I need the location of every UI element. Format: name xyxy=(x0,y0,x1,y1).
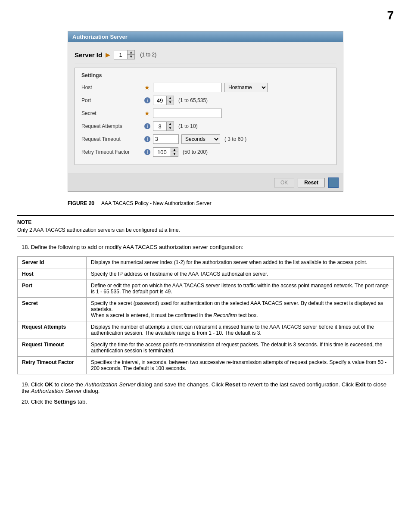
server-id-input[interactable] xyxy=(114,51,127,59)
server-id-down-btn[interactable]: ▼ xyxy=(128,55,134,59)
retry-timeout-factor-input[interactable] xyxy=(153,148,171,156)
request-attempts-range: (1 to 10) xyxy=(178,123,198,129)
table-row: PortDefine or edit the port on which the… xyxy=(18,280,394,298)
arrow-icon: ▶ xyxy=(106,51,110,58)
server-id-row: Server Id ▶ ▲ ▼ (1 to 2) xyxy=(75,47,336,63)
table-row: Request TimeoutSpecify the time for the … xyxy=(18,339,394,357)
table-term: Request Attempts xyxy=(18,321,87,339)
step-19: 19. Click OK to close the Authorization … xyxy=(17,381,394,394)
table-row: Request AttemptsDisplays the number of a… xyxy=(18,321,394,339)
request-attempts-label: Request Attempts xyxy=(81,123,142,129)
port-field-row: Port i ▲ ▼ (1 to 65,535) xyxy=(81,96,330,105)
table-desc: Define or edit the port on which the AAA… xyxy=(87,280,394,298)
retry-timeout-factor-down-btn[interactable]: ▼ xyxy=(171,152,178,156)
step20-text2: tab. xyxy=(76,398,87,405)
table-term: Host xyxy=(18,268,87,280)
step19-reset: Reset xyxy=(225,381,240,388)
host-field-row: Host ★ Hostname IP Address xyxy=(81,83,330,92)
step-18: 18. Define the following to add or modif… xyxy=(17,244,394,250)
retry-timeout-factor-field-row: Retry Timeout Factor i ▲ ▼ (50 to 200) xyxy=(81,147,330,157)
step-20: 20. Click the Settings tab. xyxy=(17,398,394,405)
retry-timeout-factor-info-icon: i xyxy=(144,149,150,155)
table-desc: Specifies the interval, in seconds, betw… xyxy=(87,357,394,374)
secret-field-row: Secret ★ xyxy=(81,109,330,118)
table-row: HostSpecify the IP address or hostname o… xyxy=(18,268,394,280)
ok-button[interactable]: OK xyxy=(274,178,294,187)
figure-label: FIGURE 20 xyxy=(68,200,94,206)
request-timeout-info-icon: i xyxy=(144,136,150,142)
request-attempts-spinner-buttons: ▲ ▼ xyxy=(166,122,174,131)
server-id-spinner-buttons: ▲ ▼ xyxy=(127,50,134,59)
port-spinner-buttons: ▲ ▼ xyxy=(166,96,174,105)
secret-label: Secret xyxy=(81,110,142,116)
table-desc: Specify the time for the access point's … xyxy=(87,339,394,357)
host-dropdown-container: Hostname IP Address xyxy=(224,83,268,92)
dialog-title-bar: Authorization Server xyxy=(68,31,343,42)
port-input[interactable] xyxy=(153,96,166,105)
table-row: SecretSpecify the secret (password) used… xyxy=(18,298,394,321)
request-attempts-up-btn[interactable]: ▲ xyxy=(167,122,174,126)
host-type-select[interactable]: Hostname IP Address xyxy=(224,83,268,92)
step19-exit: Exit xyxy=(355,381,366,388)
settings-legend: Settings xyxy=(81,72,330,78)
retry-timeout-factor-range: (50 to 200) xyxy=(183,149,208,155)
host-input[interactable] xyxy=(153,83,222,92)
page-number: 7 xyxy=(17,9,394,22)
secret-input[interactable] xyxy=(153,109,222,118)
port-label: Port xyxy=(81,97,142,103)
authorization-server-dialog: Authorization Server Server Id ▶ ▲ ▼ (1 … xyxy=(68,31,343,192)
note-text: Only 2 AAA TACACS authorization servers … xyxy=(17,227,394,233)
request-timeout-unit-select[interactable]: Seconds Milliseconds xyxy=(181,134,220,144)
note-title: NOTE xyxy=(17,219,394,225)
request-attempts-spinner[interactable]: ▲ ▼ xyxy=(153,121,174,131)
table-desc: Displays the number of attempts a client… xyxy=(87,321,394,339)
table-desc: Specify the secret (password) used for a… xyxy=(87,298,394,321)
server-id-label: Server Id xyxy=(75,51,102,59)
port-spinner[interactable]: ▲ ▼ xyxy=(153,96,174,105)
request-attempts-input[interactable] xyxy=(153,122,166,131)
server-id-range: (1 to 2) xyxy=(140,52,156,58)
step19-text2: to close the xyxy=(53,381,85,388)
step20-text1: 20. Click the xyxy=(22,398,54,405)
table-term: Server Id xyxy=(18,257,87,268)
step19-text1: 19. Click xyxy=(22,381,44,388)
settings-section: Settings Host ★ Hostname IP Address Port… xyxy=(75,68,336,165)
table-desc: Displays the numerical server index (1-2… xyxy=(87,257,394,268)
request-attempts-field-row: Request Attempts i ▲ ▼ (1 to 10) xyxy=(81,121,330,131)
table-term: Request Timeout xyxy=(18,339,87,357)
server-id-spinner[interactable]: ▲ ▼ xyxy=(114,50,135,59)
table-desc: Specify the IP address or hostname of th… xyxy=(87,268,394,280)
reset-button[interactable]: Reset xyxy=(298,178,325,187)
port-up-btn[interactable]: ▲ xyxy=(167,96,174,100)
step19-text6: dialog. xyxy=(81,388,100,394)
retry-timeout-factor-up-btn[interactable]: ▲ xyxy=(171,148,178,152)
request-timeout-range: ( 3 to 60 ) xyxy=(224,136,246,142)
exit-button[interactable] xyxy=(328,177,339,188)
server-id-up-btn[interactable]: ▲ xyxy=(128,50,134,55)
secret-required: ★ xyxy=(144,110,150,117)
table-term: Port xyxy=(18,280,87,298)
request-attempts-down-btn[interactable]: ▼ xyxy=(167,126,174,131)
port-info-icon: i xyxy=(144,97,150,103)
port-down-btn[interactable]: ▼ xyxy=(167,100,174,105)
retry-timeout-factor-spinner[interactable]: ▲ ▼ xyxy=(153,147,178,157)
host-required: ★ xyxy=(144,84,150,91)
figure-caption: FIGURE 20 AAA TACACS Policy - New Author… xyxy=(68,200,343,206)
step20-settings: Settings xyxy=(54,398,76,405)
request-timeout-input[interactable] xyxy=(153,134,179,144)
request-timeout-label: Request Timeout xyxy=(81,136,142,142)
table-row: Retry Timeout FactorSpecifies the interv… xyxy=(18,357,394,374)
step19-italic1: Authorization Server xyxy=(85,381,136,388)
dialog-body: Server Id ▶ ▲ ▼ (1 to 2) Settings Host ★ xyxy=(68,42,343,174)
step19-ok: OK xyxy=(44,381,53,388)
request-timeout-field-row: Request Timeout i Seconds Milliseconds (… xyxy=(81,134,330,144)
figure-caption-desc: AAA TACACS Policy - New Authorization Se… xyxy=(101,200,212,206)
host-label: Host xyxy=(81,84,142,90)
table-row: Server IdDisplays the numerical server i… xyxy=(18,257,394,268)
table-term: Retry Timeout Factor xyxy=(18,357,87,374)
config-table: Server IdDisplays the numerical server i… xyxy=(17,256,394,374)
dialog-title: Authorization Server xyxy=(72,34,128,40)
retry-timeout-factor-spinner-buttons: ▲ ▼ xyxy=(171,148,178,156)
step19-text3: dialog and save the changes. Click xyxy=(135,381,225,388)
request-attempts-info-icon: i xyxy=(144,123,150,129)
